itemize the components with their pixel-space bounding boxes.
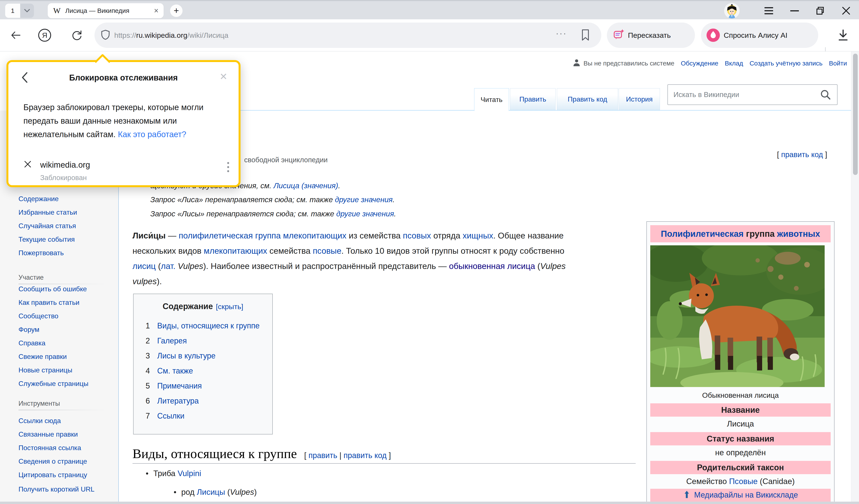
toc-item[interactable]: 3Лисы в культуре (134, 348, 272, 363)
inline-link[interactable]: Псовые (729, 477, 758, 486)
profile-avatar[interactable] (724, 3, 740, 18)
sidebar-link[interactable]: Сообщество (18, 309, 113, 323)
ask-alice-button[interactable]: Спросить Алису AI (701, 22, 818, 48)
scrollbar-thumb[interactable] (853, 54, 858, 175)
toc-item[interactable]: 7Ссылки (134, 409, 272, 424)
sidebar-link[interactable]: Связанные правки (18, 428, 113, 441)
personal-link[interactable]: Создать учётную запись (750, 60, 823, 67)
inline-link[interactable]: лат. (161, 261, 176, 271)
inline-link[interactable]: псовых (403, 231, 431, 240)
inline-link[interactable]: обыкновенная лисица (449, 261, 535, 271)
inline-link[interactable]: псовые (313, 246, 341, 256)
text-segment: Триба (153, 469, 178, 478)
sidebar-link[interactable]: Справка (18, 336, 113, 350)
inline-link[interactable]: Лисицы (197, 488, 225, 497)
sidebar-link[interactable]: Избранные статьи (18, 205, 113, 219)
tab-group-count[interactable]: 1 (5, 4, 20, 18)
inline-link[interactable]: править код (781, 150, 823, 158)
sidebar-header-tools: Инструменты (18, 400, 60, 408)
minimize-button[interactable] (782, 1, 808, 20)
personal-link[interactable]: Войти (829, 60, 847, 67)
toc-item[interactable]: 5Примечания (134, 379, 272, 394)
sidebar-link[interactable]: Форум (18, 323, 113, 336)
sidebar-link[interactable]: Цитировать страницу (18, 468, 113, 482)
toc-list: 1Виды, относящиеся к группе 2Галерея 3Ли… (134, 318, 272, 424)
download-icon[interactable] (834, 19, 852, 51)
sidebar-link[interactable]: Случайная статья (18, 219, 113, 233)
text-segment: ( (156, 261, 161, 271)
inline-link[interactable]: полифилетическая группа (179, 231, 281, 240)
tab-close-icon[interactable]: × (154, 6, 159, 15)
inline-link[interactable]: Полифилетическая (661, 229, 743, 239)
sidebar-rule (18, 410, 107, 410)
inline-link[interactable]: править (308, 451, 337, 460)
inline-link[interactable]: другие значения (335, 195, 393, 204)
inline-link[interactable]: Лисица (значения) (274, 181, 338, 190)
inline-link[interactable]: хищных (463, 231, 493, 240)
tab-history[interactable]: История (619, 88, 660, 110)
inline-link[interactable]: животных (777, 229, 820, 239)
section-edit-links[interactable]: [ править | править код ] (304, 451, 391, 460)
sidebar-link[interactable]: Текущие события (18, 233, 113, 246)
browser-tab[interactable]: W Лисица — Википедия × (48, 3, 164, 18)
text-segment: ] (823, 150, 827, 158)
edit-source-link-top[interactable]: [ править код ] (777, 150, 827, 159)
sidebar-link[interactable]: Служебные страницы (18, 377, 113, 391)
chevron-down-icon[interactable] (20, 4, 34, 18)
taxobox-title: Полифилетическая группа животных (650, 225, 831, 242)
new-tab-button[interactable]: + (170, 4, 183, 17)
inline-link[interactable]: млекопитающих (204, 246, 267, 256)
popup-body: Браузер заблокировал трекеры, которые мо… (24, 101, 236, 141)
personal-link[interactable]: Вклад (725, 60, 743, 67)
back-icon[interactable] (8, 19, 23, 51)
toc-hide-link[interactable]: [скрыть] (216, 303, 243, 310)
text-segment: Лисица (727, 419, 754, 428)
sidebar-participation-list: Сообщить об ошибкеКак править статьиСооб… (18, 282, 113, 391)
personal-link[interactable]: Обсуждение (681, 60, 718, 67)
species-item-triba: Триба Vulpini (146, 469, 201, 478)
tab-edit[interactable]: Править (510, 88, 556, 110)
text-segment: группа (744, 229, 777, 239)
tab-read[interactable]: Читать (474, 88, 509, 111)
shield-icon[interactable] (101, 29, 110, 41)
sidebar-link[interactable]: Ссылки сюда (18, 414, 113, 428)
yandex-icon[interactable]: Я (36, 19, 53, 51)
commons-link[interactable]: Медиафайлы на Викискладе (694, 490, 798, 500)
menu-icon[interactable] (756, 1, 782, 20)
tab-edit-source[interactable]: Править код (557, 88, 618, 110)
retell-button[interactable]: Пересказать (607, 22, 695, 48)
text-segment: Лиси́цы (133, 231, 166, 240)
inline-link[interactable]: править код (344, 451, 387, 460)
sidebar-link[interactable]: Получить короткий URL (18, 484, 111, 494)
search-icon[interactable] (820, 89, 831, 101)
sidebar-link[interactable]: Пожертвовать (18, 246, 113, 260)
sidebar-link[interactable]: Сообщить об ошибке (18, 282, 113, 296)
sidebar-link[interactable]: Новые страницы (18, 363, 113, 377)
close-window-button[interactable] (833, 1, 859, 20)
inline-link[interactable]: млекопитающих (283, 231, 346, 240)
sidebar-link[interactable]: Постоянная ссылка (18, 441, 113, 455)
toc-item[interactable]: 2Галерея (134, 333, 272, 348)
bookmark-icon[interactable] (581, 29, 590, 42)
restore-button[interactable] (808, 1, 833, 20)
reload-icon[interactable] (68, 19, 86, 51)
url-field[interactable]: https://ru.wikipedia.org/wiki/Лисица ··· (94, 22, 601, 48)
inline-link[interactable]: Как это работает? (118, 130, 186, 139)
tracker-block-icon[interactable] (24, 160, 32, 169)
sidebar-link[interactable]: Как править статьи (18, 296, 113, 309)
search-input[interactable] (667, 85, 838, 105)
popup-close-icon[interactable]: ✕ (220, 71, 227, 82)
toc-item[interactable]: 4См. также (134, 363, 272, 379)
sidebar-link[interactable]: Свежие правки (18, 350, 113, 363)
sidebar-link[interactable]: Сведения о странице (18, 455, 113, 468)
inline-link[interactable]: Vulpini (178, 469, 201, 478)
kebab-menu-icon[interactable] (227, 162, 229, 172)
toc-item[interactable]: 6Литература (134, 394, 272, 409)
tab-group-button[interactable]: 1 (5, 4, 34, 18)
wikipedia-favicon: W (53, 6, 61, 15)
toc-item[interactable]: 1Виды, относящиеся к группе (134, 318, 272, 333)
inline-link[interactable]: другие значения (336, 210, 394, 218)
inline-link[interactable]: лисиц (133, 261, 156, 271)
sidebar-link[interactable]: Содержание (18, 192, 113, 205)
url-more-icon[interactable]: ··· (556, 29, 567, 38)
